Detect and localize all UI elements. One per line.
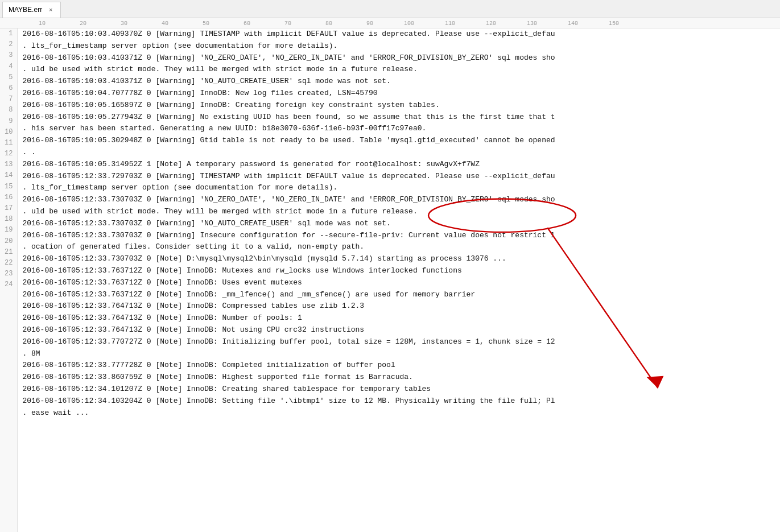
content-area: 123456789101112131415161718192021222324 …: [0, 28, 780, 532]
log-line: 2016-08-16T05:12:33.763712Z 0 [Note] Inn…: [22, 289, 780, 301]
ruler-marks: 10 20 30 40 50 60 70 80 90 100 110 120 1…: [0, 20, 619, 27]
line-number: 10: [5, 127, 13, 138]
log-content: 2016-08-16T05:10:03.409370Z 0 [Warning] …: [18, 28, 780, 419]
log-line: . uld be used with strict mode. They wil…: [22, 64, 780, 76]
file-tab[interactable]: MAYBE.err ×: [2, 2, 61, 18]
log-line: 2016-08-16T05:12:33.763712Z 0 [Note] Inn…: [22, 265, 780, 277]
log-line: 2016-08-16T05:12:33.860759Z 0 [Note] Inn…: [22, 372, 780, 383]
line-number: 7: [5, 94, 13, 105]
log-line: 2016-08-16T05:12:33.729703Z 0 [Warning] …: [22, 171, 780, 183]
log-line: 2016-08-16T05:12:33.730703Z 0 [Warning] …: [22, 230, 780, 242]
log-wrapper: 2016-08-16T05:10:03.409370Z 0 [Warning] …: [18, 28, 780, 532]
line-number: 2: [5, 39, 13, 50]
line-number: 22: [5, 258, 13, 269]
log-line: 2016-08-16T05:10:05.165897Z 0 [Warning] …: [22, 100, 780, 112]
line-number: 15: [5, 182, 13, 192]
log-line: 2016-08-16T05:10:03.410371Z 0 [Warning] …: [22, 52, 780, 64]
log-line: 2016-08-16T05:12:33.763712Z 0 [Note] Inn…: [22, 277, 780, 289]
log-line: . ease wait ...: [22, 407, 780, 419]
log-line: 2016-08-16T05:12:33.730703Z 0 [Warning] …: [22, 194, 780, 206]
line-number: 21: [5, 247, 13, 258]
line-number: 4: [5, 61, 13, 72]
line-number: 5: [5, 72, 13, 83]
line-number: 1: [5, 28, 13, 39]
line-number: 12: [5, 149, 13, 159]
log-line: 2016-08-16T05:10:03.409370Z 0 [Warning] …: [22, 28, 780, 40]
line-number: 13: [5, 159, 13, 170]
log-line: 2016-08-16T05:12:33.730703Z 0 [Note] D:\…: [22, 253, 780, 265]
line-number: 16: [5, 192, 13, 203]
log-line: 2016-08-16T05:10:05.302948Z 0 [Warning] …: [22, 135, 780, 147]
line-number: 8: [5, 105, 13, 116]
log-line: 2016-08-16T05:12:33.730703Z 0 [Warning] …: [22, 218, 780, 230]
log-line: 2016-08-16T05:12:34.101207Z 0 [Note] Inn…: [22, 383, 780, 395]
log-line: 2016-08-16T05:12:33.770727Z 0 [Note] Inn…: [22, 336, 780, 348]
log-line: 2016-08-16T05:12:34.103204Z 0 [Note] Inn…: [22, 395, 780, 407]
line-number: 17: [5, 203, 13, 214]
line-number: 19: [5, 225, 13, 236]
log-line: 2016-08-16T05:12:33.777728Z 0 [Note] Inn…: [22, 360, 780, 372]
log-line: . 8M: [22, 348, 780, 360]
log-line: . .: [22, 147, 780, 159]
line-number: 6: [5, 83, 13, 94]
log-line: . ocation of generated files. Consider s…: [22, 241, 780, 253]
line-number: 18: [5, 214, 13, 225]
main-window: MAYBE.err × 10 20 30 40 50 60 70 80 90 1…: [0, 0, 780, 532]
log-line: . uld be used with strict mode. They wil…: [22, 206, 780, 218]
log-line: 2016-08-16T05:12:33.764713Z 0 [Note] Inn…: [22, 300, 780, 312]
log-line: 2016-08-16T05:12:33.764713Z 0 [Note] Inn…: [22, 324, 780, 336]
line-numbers: 123456789101112131415161718192021222324: [0, 28, 18, 532]
log-line: 2016-08-16T05:10:03.410371Z 0 [Warning] …: [22, 76, 780, 88]
log-line: . lts_for_timestamp server option (see d…: [22, 182, 780, 194]
title-bar: MAYBE.err ×: [0, 0, 780, 18]
line-number: 20: [5, 236, 13, 247]
log-line: 2016-08-16T05:10:04.707778Z 0 [Warning] …: [22, 88, 780, 100]
line-number: 24: [5, 279, 13, 290]
tab-label: MAYBE.err: [9, 6, 42, 14]
line-number: 3: [5, 50, 13, 61]
line-number: 23: [5, 269, 13, 279]
line-number: 11: [5, 138, 13, 149]
log-line: . lts_for_timestamp server option (see d…: [22, 40, 780, 52]
tab-close-button[interactable]: ×: [47, 6, 55, 14]
ruler: 10 20 30 40 50 60 70 80 90 100 110 120 1…: [0, 18, 780, 28]
log-line: 2016-08-16T05:10:05.277943Z 0 [Warning] …: [22, 112, 780, 123]
log-line: 2016-08-16T05:10:05.314952Z 1 [Note] A t…: [22, 159, 780, 171]
line-number: 14: [5, 170, 13, 181]
log-line: 2016-08-16T05:12:33.764713Z 0 [Note] Inn…: [22, 312, 780, 324]
log-line: . his server has been started. Generatin…: [22, 123, 780, 135]
line-number: 9: [5, 116, 13, 127]
